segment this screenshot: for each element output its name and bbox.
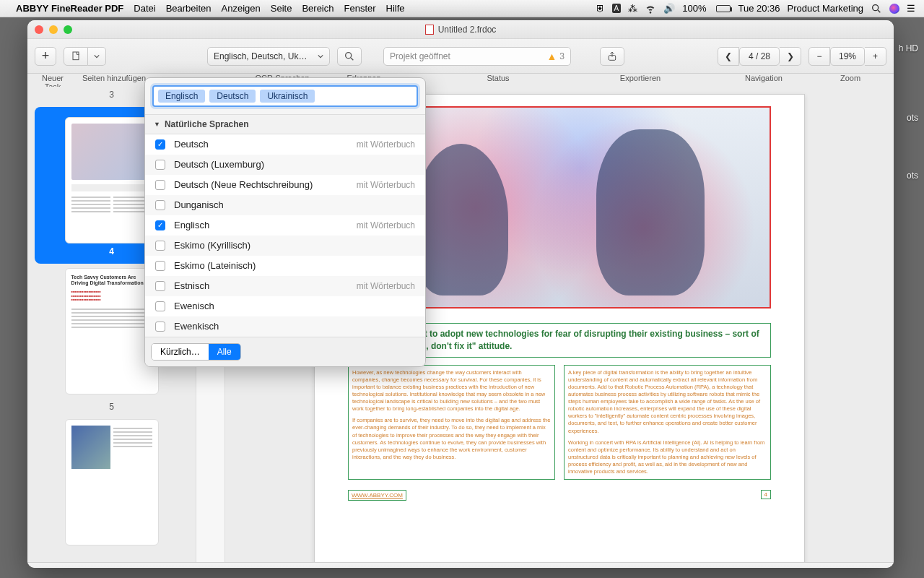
language-name: Ewenkisch	[174, 321, 219, 332]
zoom-value[interactable]: 19%	[830, 47, 865, 66]
language-note: mit Wörterbuch	[357, 180, 415, 190]
language-row[interactable]: Deutsch (Luxemburg)	[145, 155, 425, 175]
menu-datei[interactable]: Datei	[134, 3, 155, 14]
menu-hilfe[interactable]: Hilfe	[386, 3, 405, 14]
label-add-pages: Seiten hinzufügen	[78, 74, 150, 87]
nav-next-button[interactable]: ❯	[780, 47, 801, 66]
window-title: Untitled 2.frdoc	[438, 25, 497, 35]
battery-pct: 100%	[682, 3, 706, 14]
language-row[interactable]: ✓Deutschmit Wörterbuch	[145, 134, 425, 155]
notification-center-icon[interactable]: ☰	[907, 3, 915, 14]
language-row[interactable]: Dunganisch	[145, 195, 425, 215]
filter-all[interactable]: Alle	[209, 344, 240, 360]
clock[interactable]: Tue 20:36	[738, 3, 780, 14]
language-checkbox[interactable]	[155, 180, 165, 190]
recognize-button[interactable]	[337, 47, 362, 66]
app-name[interactable]: ABBYY FineReader PDF	[16, 3, 123, 14]
language-name: Englisch	[174, 220, 209, 230]
zoom-out-button[interactable]: −	[808, 47, 830, 66]
chevron-down-icon	[94, 53, 100, 59]
language-token[interactable]: Ukrainisch	[260, 90, 315, 103]
text-region-link[interactable]: WWW.ABBYY.COM	[348, 490, 406, 501]
thumbnail-page-6[interactable]	[35, 419, 188, 545]
add-pages-dropdown[interactable]	[88, 47, 106, 66]
section-title: Natürliche Sprachen	[165, 119, 249, 129]
section-header-natural[interactable]: ▼ Natürliche Sprachen	[145, 114, 425, 134]
text-region-col1[interactable]: However, as new technologies change the …	[348, 365, 555, 480]
language-checkbox[interactable]	[155, 261, 165, 271]
language-name: Dunganisch	[174, 199, 224, 210]
svg-point-0	[873, 4, 879, 10]
new-task-button[interactable]: +	[35, 47, 56, 66]
language-checkbox[interactable]: ✓	[155, 139, 165, 150]
wifi-icon[interactable]	[645, 3, 656, 14]
svg-rect-2	[73, 52, 79, 60]
language-checkbox[interactable]	[155, 200, 165, 210]
text-region-col2[interactable]: A key piece of digital transformation is…	[564, 365, 771, 480]
chevron-down-icon	[318, 53, 323, 59]
zoom-in-button[interactable]: +	[865, 47, 886, 66]
language-checkbox[interactable]	[155, 322, 165, 332]
window-minimize-button[interactable]	[49, 25, 58, 34]
ocr-language-select[interactable]: Englisch, Deutsch, Uk…	[207, 47, 330, 66]
language-row[interactable]: ✓Englischmit Wörterbuch	[145, 215, 425, 236]
status-field: Projekt geöffnet ▲ 3	[383, 47, 571, 66]
ocr-language-value: Englisch, Deutsch, Uk…	[214, 51, 307, 61]
language-checkbox[interactable]	[155, 301, 165, 311]
window-zoom-button[interactable]	[64, 25, 72, 34]
language-token[interactable]: Englisch	[158, 90, 205, 103]
user-menu[interactable]: Product Marketing	[788, 3, 864, 14]
language-row[interactable]: Eskimo (Kyrillisch)	[145, 236, 425, 256]
language-row[interactable]: Deutsch (Neue Rechtschreibung)mit Wörter…	[145, 175, 425, 195]
volume-icon[interactable]: 🔊	[663, 3, 675, 14]
warning-icon[interactable]: ▲	[546, 51, 557, 62]
language-checkbox[interactable]: ✓	[155, 220, 165, 230]
menu-seite[interactable]: Seite	[271, 3, 292, 14]
label-nav: Navigation	[720, 74, 807, 87]
window-footer	[27, 562, 894, 568]
disclosure-triangle-icon: ▼	[154, 121, 160, 128]
language-token[interactable]: Deutsch	[209, 90, 256, 103]
filter-segmented-control[interactable]: Kürzlich… Alle	[151, 343, 241, 361]
spotlight-icon[interactable]	[871, 3, 882, 14]
label-export: Exportieren	[598, 74, 683, 87]
menu-anzeigen[interactable]: Anzeigen	[222, 3, 261, 14]
keyboard-icon[interactable]: A	[612, 4, 622, 13]
add-pages-button[interactable]	[64, 47, 88, 66]
menu-bearbeiten[interactable]: Bearbeiten	[166, 3, 212, 14]
language-checkbox[interactable]	[155, 281, 165, 291]
language-checkbox[interactable]	[155, 241, 165, 251]
svg-point-3	[346, 52, 352, 58]
warning-count: 3	[559, 51, 565, 61]
bluetooth-icon[interactable]: ⁂	[628, 3, 637, 14]
export-button[interactable]	[600, 47, 624, 66]
language-token-field[interactable]: Englisch Deutsch Ukrainisch	[152, 85, 418, 107]
language-row[interactable]: Estnischmit Wörterbuch	[145, 276, 425, 296]
shield-icon[interactable]: ⛨	[596, 3, 605, 14]
desktop-item-label[interactable]: ots	[907, 113, 918, 123]
language-row[interactable]: Ewenisch	[145, 296, 425, 316]
nav-prev-button[interactable]: ❮	[718, 47, 739, 66]
language-row[interactable]: Eskimo (Lateinisch)	[145, 256, 425, 276]
language-name: Deutsch	[174, 139, 209, 150]
language-list[interactable]: ✓Deutschmit WörterbuchDeutsch (Luxemburg…	[145, 134, 425, 337]
language-note: mit Wörterbuch	[357, 139, 415, 150]
battery-icon	[713, 5, 731, 12]
language-popover: Englisch Deutsch Ukrainisch ▼ Natürliche…	[144, 77, 426, 367]
desktop-drive-label[interactable]: h HD	[899, 43, 918, 53]
menu-bereich[interactable]: Bereich	[302, 3, 334, 14]
siri-icon[interactable]	[889, 4, 899, 14]
desktop-item-label-2[interactable]: ots	[907, 171, 918, 181]
svg-line-4	[351, 58, 353, 60]
language-row[interactable]: Ewenkisch	[145, 316, 425, 337]
macos-menubar: ABBYY FineReader PDF Datei Bearbeiten An…	[0, 0, 924, 17]
menu-fenster[interactable]: Fenster	[344, 3, 375, 14]
filter-recent[interactable]: Kürzlich…	[152, 344, 209, 360]
label-status: Status	[406, 74, 590, 87]
text-region-pagenum[interactable]: 4	[761, 490, 771, 499]
language-note: mit Wörterbuch	[357, 220, 415, 230]
language-name: Eskimo (Lateinisch)	[174, 260, 256, 271]
language-checkbox[interactable]	[155, 160, 165, 170]
nav-page-field[interactable]: 4 / 28	[739, 47, 780, 66]
window-close-button[interactable]	[35, 25, 43, 34]
